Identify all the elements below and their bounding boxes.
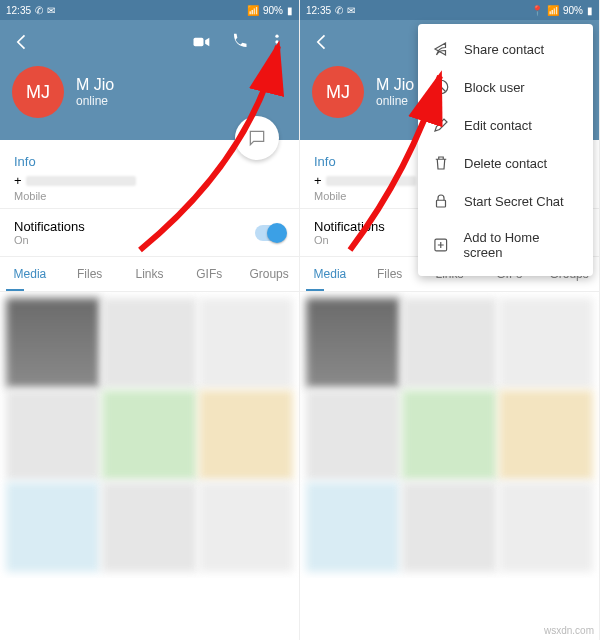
status-bar: 12:35 ✆ ✉ 📶 90% ▮ xyxy=(0,0,299,20)
menu-label: Add to Home screen xyxy=(464,230,579,260)
svg-rect-0 xyxy=(194,38,204,46)
media-thumb[interactable] xyxy=(102,482,196,572)
media-thumb[interactable] xyxy=(306,298,400,388)
media-thumb[interactable] xyxy=(499,390,593,480)
tab-files[interactable]: Files xyxy=(60,257,120,291)
media-thumb[interactable] xyxy=(499,482,593,572)
phone-left: 12:35 ✆ ✉ 📶 90% ▮ xyxy=(0,0,300,640)
media-grid[interactable] xyxy=(0,292,299,578)
media-thumb[interactable] xyxy=(199,298,293,388)
media-thumb[interactable] xyxy=(6,298,100,388)
contact-name: M Jio xyxy=(376,76,414,94)
voice-call-icon[interactable] xyxy=(229,32,249,56)
svg-rect-5 xyxy=(437,200,446,207)
menu-label: Block user xyxy=(464,80,525,95)
menu-edit-contact[interactable]: Edit contact xyxy=(418,106,593,144)
notifications-toggle[interactable] xyxy=(255,225,285,241)
phone-number[interactable]: + xyxy=(14,173,285,188)
tab-media[interactable]: Media xyxy=(300,257,360,291)
tab-links[interactable]: Links xyxy=(120,257,180,291)
notifications-label: Notifications xyxy=(14,219,255,234)
mail-icon: ✉ xyxy=(347,5,355,16)
media-thumb[interactable] xyxy=(499,298,593,388)
menu-share-contact[interactable]: Share contact xyxy=(418,30,593,68)
status-time: 12:35 xyxy=(306,5,331,16)
menu-delete-contact[interactable]: Delete contact xyxy=(418,144,593,182)
message-fab[interactable] xyxy=(235,116,279,160)
media-thumb[interactable] xyxy=(402,482,496,572)
menu-block-user[interactable]: Block user xyxy=(418,68,593,106)
profile-header: MJ M Jio online xyxy=(0,20,299,140)
avatar[interactable]: MJ xyxy=(12,66,64,118)
trash-icon xyxy=(432,154,450,172)
phone-type-label: Mobile xyxy=(14,190,285,202)
svg-point-1 xyxy=(275,35,278,38)
watermark: wsxdn.com xyxy=(544,625,594,636)
media-thumb[interactable] xyxy=(6,482,100,572)
tab-files[interactable]: Files xyxy=(360,257,420,291)
battery-text: 90% xyxy=(263,5,283,16)
media-thumb[interactable] xyxy=(199,482,293,572)
media-thumb[interactable] xyxy=(199,390,293,480)
media-thumb[interactable] xyxy=(102,390,196,480)
blurred-number xyxy=(326,176,416,186)
video-call-icon[interactable] xyxy=(191,32,211,56)
share-icon xyxy=(432,40,450,58)
lock-icon xyxy=(432,192,450,210)
avatar[interactable]: MJ xyxy=(312,66,364,118)
menu-label: Edit contact xyxy=(464,118,532,133)
tabs-bar: Media Files Links GIFs Groups xyxy=(0,256,299,292)
media-thumb[interactable] xyxy=(6,390,100,480)
add-home-icon xyxy=(432,236,450,254)
signal-icon: 📶 xyxy=(247,5,259,16)
back-button[interactable] xyxy=(12,32,32,56)
tab-media[interactable]: Media xyxy=(0,257,60,291)
menu-secret-chat[interactable]: Start Secret Chat xyxy=(418,182,593,220)
battery-icon: ▮ xyxy=(587,5,593,16)
media-grid[interactable] xyxy=(300,292,599,578)
media-thumb[interactable] xyxy=(402,298,496,388)
media-thumb[interactable] xyxy=(306,390,400,480)
block-icon xyxy=(432,78,450,96)
notifications-value: On xyxy=(14,234,255,246)
contact-name: M Jio xyxy=(76,76,114,94)
more-options-icon[interactable] xyxy=(267,32,287,56)
whatsapp-icon: ✆ xyxy=(335,5,343,16)
contact-status: online xyxy=(376,94,414,108)
status-time: 12:35 xyxy=(6,5,31,16)
svg-point-2 xyxy=(275,40,278,43)
tab-gifs[interactable]: GIFs xyxy=(179,257,239,291)
svg-point-3 xyxy=(275,46,278,49)
menu-label: Delete contact xyxy=(464,156,547,171)
contact-status: online xyxy=(76,94,114,108)
edit-icon xyxy=(432,116,450,134)
menu-label: Start Secret Chat xyxy=(464,194,564,209)
back-button[interactable] xyxy=(312,32,332,56)
mail-icon: ✉ xyxy=(47,5,55,16)
menu-label: Share contact xyxy=(464,42,544,57)
signal-icon: 📶 xyxy=(547,5,559,16)
phone-right: 12:35 ✆ ✉ 📍 📶 90% ▮ MJ M Jio online Info xyxy=(300,0,600,640)
battery-icon: ▮ xyxy=(287,5,293,16)
options-popup: Share contact Block user Edit contact De… xyxy=(418,24,593,276)
location-icon: 📍 xyxy=(531,5,543,16)
battery-text: 90% xyxy=(563,5,583,16)
notifications-row[interactable]: Notifications On xyxy=(0,208,299,256)
media-thumb[interactable] xyxy=(402,390,496,480)
status-bar: 12:35 ✆ ✉ 📍 📶 90% ▮ xyxy=(300,0,599,20)
tab-groups[interactable]: Groups xyxy=(239,257,299,291)
blurred-number xyxy=(26,176,136,186)
whatsapp-icon: ✆ xyxy=(35,5,43,16)
media-thumb[interactable] xyxy=(306,482,400,572)
menu-add-home[interactable]: Add to Home screen xyxy=(418,220,593,270)
media-thumb[interactable] xyxy=(102,298,196,388)
